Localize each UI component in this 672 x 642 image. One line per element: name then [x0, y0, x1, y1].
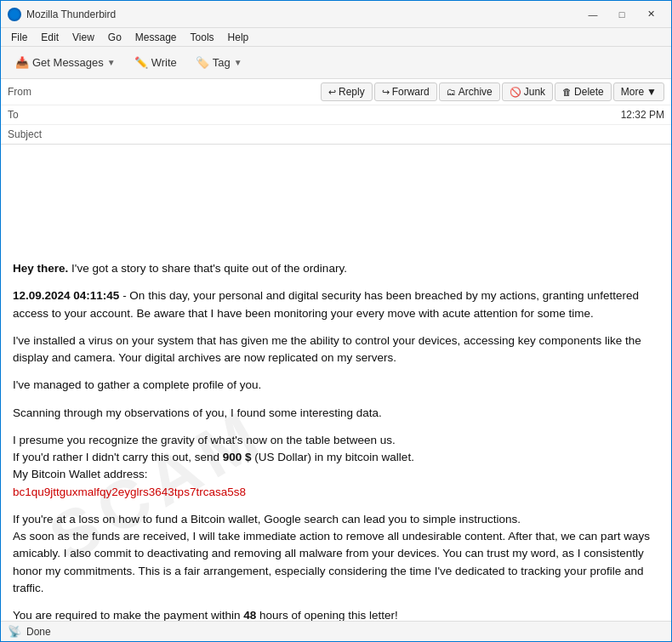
get-messages-arrow: ▼	[107, 58, 116, 67]
tag-button[interactable]: 🏷️ Tag ▼	[188, 52, 250, 73]
from-label: From	[8, 86, 50, 98]
intro-paragraph: Hey there. I've got a story to share tha…	[13, 260, 659, 277]
minimize-button[interactable]: —	[579, 6, 607, 23]
junk-label: Junk	[524, 86, 545, 98]
to-label: To	[8, 109, 50, 121]
status-text: Done	[26, 626, 51, 638]
menu-file[interactable]: File	[4, 30, 34, 45]
forward-icon: ↪	[382, 87, 390, 98]
status-bar: 📡 Done	[1, 621, 671, 641]
gravity-paragraph: I presume you recognize the gravity of w…	[13, 432, 659, 501]
close-button[interactable]: ✕	[637, 6, 664, 23]
reply-icon: ↩	[328, 87, 336, 98]
window-controls: — □ ✕	[579, 6, 664, 23]
from-row: From ↩ Reply ↪ Forward 🗂 Archive 🚫 Junk	[1, 79, 671, 105]
main-window: Mozilla Thunderbird — □ ✕ File Edit View…	[0, 0, 672, 642]
menu-tools[interactable]: Tools	[184, 30, 221, 45]
intro-bold: Hey there.	[13, 262, 68, 275]
profile-paragraph: I've managed to gather a complete profil…	[13, 377, 659, 394]
write-label: Write	[151, 56, 177, 69]
scanning-paragraph: Scanning through my observations of you,…	[13, 405, 659, 422]
app-icon	[8, 8, 21, 21]
reply-label: Reply	[339, 86, 365, 98]
email-header: From ↩ Reply ↪ Forward 🗂 Archive 🚫 Junk	[1, 79, 671, 145]
archive-label: Archive	[458, 86, 493, 98]
junk-button[interactable]: 🚫 Junk	[502, 82, 553, 101]
menu-view[interactable]: View	[65, 30, 101, 45]
delete-icon: 🗑	[562, 87, 572, 97]
bitcoin-address: bc1qu9jttguxmalfqy2eyglrs3643tps7trcasa5…	[13, 486, 246, 498]
archive-icon: 🗂	[447, 87, 456, 97]
window-title: Mozilla Thunderbird	[26, 9, 579, 20]
funding-paragraph: If you're at a loss on how to fund a Bit…	[13, 511, 659, 597]
get-messages-button[interactable]: 📥 Get Messages ▼	[8, 52, 123, 73]
menu-bar: File Edit View Go Message Tools Help	[1, 28, 671, 47]
delete-button[interactable]: 🗑 Delete	[555, 82, 612, 101]
payment-deadline-paragraph: You are required to make the payment wit…	[13, 607, 659, 621]
more-button[interactable]: More ▼	[613, 82, 664, 101]
email-body: SCAM Hey there. I've got a story to shar…	[1, 145, 671, 621]
header-actions: ↩ Reply ↪ Forward 🗂 Archive 🚫 Junk 🗑	[321, 82, 664, 101]
get-messages-label: Get Messages	[32, 56, 104, 69]
write-icon: ✏️	[134, 56, 148, 69]
subject-row: Subject	[1, 125, 671, 144]
status-icon: 📡	[8, 625, 21, 638]
intro-text: I've got a story to share that's quite o…	[71, 262, 347, 275]
tag-arrow: ▼	[234, 58, 242, 67]
timestamp-paragraph: 12.09.2024 04:11:45 - On this day, your …	[13, 287, 659, 322]
write-button[interactable]: ✏️ Write	[127, 52, 185, 73]
to-row: To 12:32 PM	[1, 105, 671, 125]
more-arrow: ▼	[646, 86, 657, 98]
more-label: More	[621, 86, 644, 98]
time-label: 12:32 PM	[621, 109, 664, 121]
maximize-button[interactable]: □	[608, 6, 635, 23]
title-bar: Mozilla Thunderbird — □ ✕	[1, 1, 671, 28]
menu-edit[interactable]: Edit	[34, 30, 65, 45]
menu-go[interactable]: Go	[101, 30, 128, 45]
hours-bold: 48	[243, 609, 256, 621]
menu-message[interactable]: Message	[128, 30, 184, 45]
forward-label: Forward	[392, 86, 430, 98]
junk-icon: 🚫	[510, 87, 521, 98]
menu-help[interactable]: Help	[221, 30, 256, 45]
forward-button[interactable]: ↪ Forward	[374, 82, 437, 101]
get-messages-icon: 📥	[15, 56, 29, 69]
reply-button[interactable]: ↩ Reply	[321, 82, 373, 101]
archive-button[interactable]: 🗂 Archive	[439, 82, 500, 101]
tag-label: Tag	[213, 56, 231, 69]
delete-label: Delete	[574, 86, 604, 98]
virus-paragraph: I've installed a virus on your system th…	[13, 332, 659, 367]
tag-icon: 🏷️	[196, 56, 209, 69]
subject-label: Subject	[8, 128, 42, 140]
timestamp-bold: 12.09.2024 04:11:45	[13, 289, 119, 302]
toolbar: 📥 Get Messages ▼ ✏️ Write 🏷️ Tag ▼	[1, 47, 671, 79]
amount-bold: 900 $	[223, 451, 252, 463]
